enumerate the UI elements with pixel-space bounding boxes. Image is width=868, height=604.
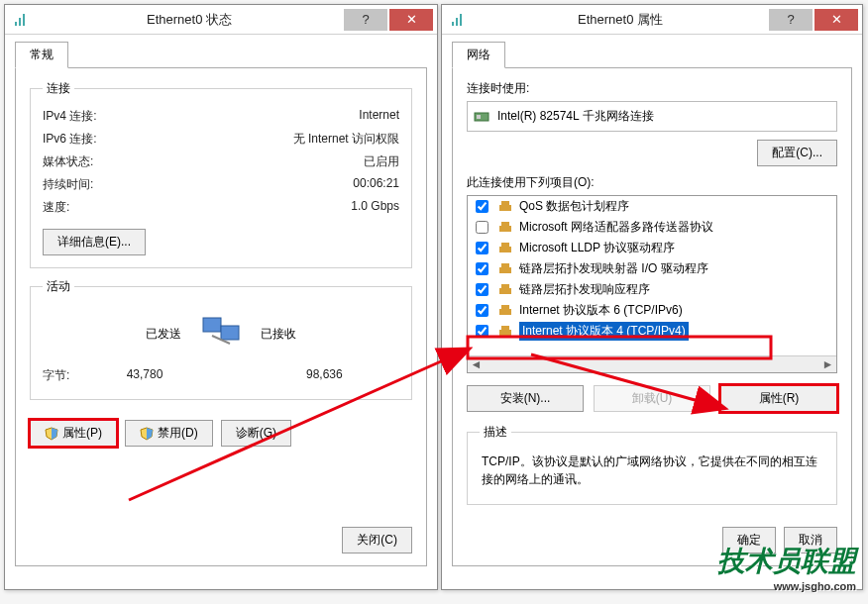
shield-icon bbox=[140, 427, 154, 441]
protocol-icon bbox=[497, 261, 513, 277]
sent-label: 已发送 bbox=[43, 326, 197, 343]
list-item[interactable]: Internet 协议版本 6 (TCP/IPv6) bbox=[468, 300, 836, 321]
item-checkbox[interactable] bbox=[476, 242, 488, 254]
list-item[interactable]: 链路层拓扑发现响应程序 bbox=[468, 279, 836, 300]
ipv4-label: IPv4 连接: bbox=[43, 108, 97, 125]
close-icon[interactable]: ✕ bbox=[389, 9, 433, 31]
svg-rect-1 bbox=[19, 18, 21, 26]
window-title: Ethernet0 属性 bbox=[474, 11, 767, 29]
properties-button[interactable]: 属性(P) bbox=[30, 420, 117, 447]
scrollbar-horizontal[interactable]: ◄ ► bbox=[468, 355, 836, 372]
uses-label: 此连接使用下列项目(O): bbox=[467, 174, 837, 191]
duration-value: 00:06:21 bbox=[353, 176, 399, 193]
ipv6-row: IPv6 连接:无 Internet 访问权限 bbox=[43, 128, 399, 151]
protocol-icon bbox=[497, 199, 513, 215]
svg-rect-23 bbox=[499, 330, 511, 336]
configure-button[interactable]: 配置(C)... bbox=[757, 140, 837, 166]
svg-rect-12 bbox=[501, 201, 509, 205]
item-checkbox[interactable] bbox=[476, 262, 488, 275]
item-label: QoS 数据包计划程序 bbox=[519, 198, 629, 215]
svg-rect-21 bbox=[499, 309, 511, 315]
list-item[interactable]: Internet 协议版本 4 (TCP/IPv4) bbox=[468, 321, 836, 342]
svg-rect-22 bbox=[501, 305, 509, 309]
list-item[interactable]: Microsoft LLDP 协议驱动程序 bbox=[468, 238, 836, 258]
network-icon bbox=[197, 314, 245, 353]
list-item[interactable]: Microsoft 网络适配器多路传送器协议 bbox=[468, 217, 836, 238]
close-button[interactable]: 关闭(C) bbox=[342, 527, 412, 554]
list-item[interactable]: 链路层拓扑发现映射器 I/O 驱动程序 bbox=[468, 258, 836, 279]
description-text: TCP/IP。该协议是默认的广域网络协议，它提供在不同的相互连接的网络上的通讯。 bbox=[480, 449, 824, 492]
protocol-icon bbox=[497, 324, 513, 340]
svg-rect-7 bbox=[456, 18, 458, 26]
speed-value: 1.0 Gbps bbox=[351, 199, 399, 216]
duration-row: 持续时间:00:06:21 bbox=[43, 173, 399, 196]
item-label: Internet 协议版本 6 (TCP/IPv6) bbox=[519, 302, 683, 319]
adapter-box: Intel(R) 82574L 千兆网络连接 bbox=[467, 101, 837, 132]
svg-rect-11 bbox=[499, 205, 511, 211]
item-checkbox[interactable] bbox=[476, 221, 488, 234]
item-label: 链路层拓扑发现映射器 I/O 驱动程序 bbox=[519, 260, 708, 277]
item-properties-button[interactable]: 属性(R) bbox=[720, 385, 837, 412]
disable-button[interactable]: 禁用(D) bbox=[125, 420, 213, 447]
install-button[interactable]: 安装(N)... bbox=[467, 385, 584, 412]
components-list[interactable]: QoS 数据包计划程序Microsoft 网络适配器多路传送器协议Microso… bbox=[467, 195, 837, 373]
close-icon[interactable]: ✕ bbox=[814, 9, 858, 31]
properties-label: 属性(P) bbox=[62, 425, 102, 442]
item-checkbox[interactable] bbox=[476, 304, 488, 317]
details-button[interactable]: 详细信息(E)... bbox=[43, 229, 146, 255]
ipv6-label: IPv6 连接: bbox=[43, 131, 97, 148]
tabs: 网络 bbox=[442, 35, 862, 67]
protocol-icon bbox=[497, 241, 513, 256]
tab-network[interactable]: 网络 bbox=[452, 42, 505, 68]
protocol-icon bbox=[497, 303, 513, 319]
item-checkbox[interactable] bbox=[476, 200, 488, 213]
connect-using-label: 连接时使用: bbox=[467, 80, 837, 97]
titlebar: Ethernet0 状态 ? ✕ bbox=[5, 5, 437, 35]
watermark: 技术员联盟 www.jsgho.com bbox=[717, 543, 856, 592]
help-button[interactable]: ? bbox=[344, 9, 387, 31]
activity-group: 活动 已发送 已接收 字节: 43,780 98,636 bbox=[30, 278, 412, 400]
item-label: 链路层拓扑发现响应程序 bbox=[519, 281, 650, 298]
tab-general[interactable]: 常规 bbox=[15, 42, 68, 68]
bytes-label: 字节: bbox=[43, 367, 69, 384]
nic-icon bbox=[474, 109, 489, 125]
item-checkbox[interactable] bbox=[476, 283, 488, 296]
protocol-icon bbox=[497, 282, 513, 298]
list-item[interactable]: QoS 数据包计划程序 bbox=[468, 196, 836, 217]
speed-row: 速度:1.0 Gbps bbox=[43, 196, 399, 219]
svg-rect-24 bbox=[501, 326, 509, 330]
svg-rect-6 bbox=[452, 22, 454, 26]
svg-rect-18 bbox=[501, 263, 509, 267]
item-checkbox[interactable] bbox=[476, 325, 488, 338]
svg-rect-3 bbox=[203, 318, 221, 332]
bottom-buttons: 属性(P) 禁用(D) 诊断(G) bbox=[30, 420, 412, 447]
description-legend: 描述 bbox=[480, 424, 511, 441]
properties-window: Ethernet0 属性 ? ✕ 网络 连接时使用: Intel(R) 8257… bbox=[441, 4, 863, 590]
scroll-right-icon[interactable]: ► bbox=[819, 356, 836, 372]
item-label: Internet 协议版本 4 (TCP/IPv4) bbox=[519, 322, 689, 341]
diagnose-button[interactable]: 诊断(G) bbox=[221, 420, 291, 447]
window-title: Ethernet0 状态 bbox=[37, 11, 342, 29]
help-button[interactable]: ? bbox=[769, 9, 813, 31]
bytes-row: 字节: 43,780 98,636 bbox=[43, 364, 399, 387]
ipv4-value: Internet bbox=[359, 108, 399, 125]
svg-rect-14 bbox=[501, 222, 509, 226]
shield-icon bbox=[45, 427, 58, 441]
activity-header: 已发送 已接收 bbox=[43, 309, 399, 358]
uninstall-button: 卸载(U) bbox=[594, 385, 710, 412]
media-row: 媒体状态:已启用 bbox=[43, 151, 399, 173]
tab-body: 连接 IPv4 连接:Internet IPv6 连接:无 Internet 访… bbox=[15, 67, 427, 566]
ipv4-row: IPv4 连接:Internet bbox=[43, 105, 399, 128]
activity-legend: 活动 bbox=[43, 278, 74, 295]
tabs: 常规 bbox=[5, 35, 437, 67]
component-buttons: 安装(N)... 卸载(U) 属性(R) bbox=[467, 385, 837, 412]
adapter-name: Intel(R) 82574L 千兆网络连接 bbox=[497, 108, 654, 125]
signal-icon bbox=[13, 12, 29, 28]
media-value: 已启用 bbox=[364, 153, 399, 170]
speed-label: 速度: bbox=[43, 199, 69, 216]
svg-rect-16 bbox=[501, 243, 509, 247]
svg-rect-17 bbox=[499, 267, 511, 273]
scroll-left-icon[interactable]: ◄ bbox=[468, 356, 485, 372]
signal-icon bbox=[450, 12, 466, 28]
activity-icon bbox=[197, 309, 245, 358]
